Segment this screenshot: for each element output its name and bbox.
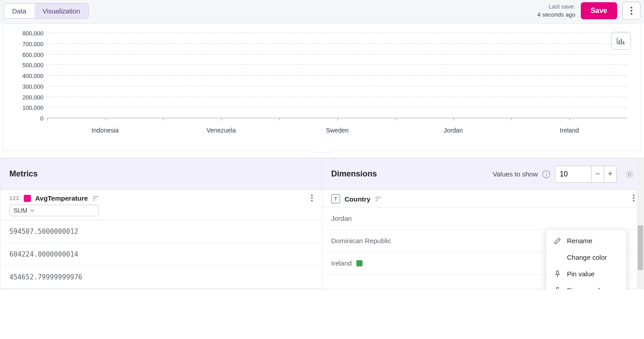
scroll-thumb[interactable] xyxy=(638,225,643,270)
ctx-change-color[interactable]: Change color xyxy=(546,249,626,266)
y-axis-label: 700,000 xyxy=(22,40,47,47)
values-to-show-label: Values to show xyxy=(493,170,538,178)
dimensions-settings-button[interactable] xyxy=(625,169,635,179)
dimensions-panel: Dimensions Values to show − + xyxy=(322,158,644,289)
metric-value-row[interactable]: 594507.5000000012 xyxy=(0,220,322,243)
dimension-field-row: T Country xyxy=(322,190,644,207)
dimension-row-menu[interactable] xyxy=(633,194,635,202)
sort-icon[interactable] xyxy=(92,196,99,201)
y-axis-label: 400,000 xyxy=(22,73,47,79)
x-tick xyxy=(105,118,164,122)
metric-field-row: 123 AvgTemperature SUM xyxy=(0,190,322,220)
pin-icon xyxy=(553,270,562,278)
kebab-icon xyxy=(633,194,635,202)
dimensions-header: Dimensions Values to show − + xyxy=(322,159,644,190)
x-tick xyxy=(511,118,570,122)
pin-icon xyxy=(553,287,562,290)
x-tick xyxy=(570,118,628,122)
x-tick xyxy=(47,118,105,122)
more-actions-button[interactable] xyxy=(622,2,640,20)
svg-point-10 xyxy=(546,172,547,173)
y-axis-label: 200,000 xyxy=(22,94,47,100)
x-tick xyxy=(279,118,337,122)
svg-point-7 xyxy=(311,197,312,198)
dimension-value-label: Dominican Republic xyxy=(331,237,391,245)
x-tick xyxy=(454,118,512,122)
metrics-panel: Metrics 123 AvgTemperature SUM xyxy=(0,158,322,289)
x-axis-label: Venezuela xyxy=(163,127,279,134)
dimensions-title: Dimensions xyxy=(331,169,377,179)
text-type-icon: T xyxy=(331,194,340,203)
y-axis-label: 800,000 xyxy=(22,30,47,37)
topbar-right: Last save: 4 seconds ago Save xyxy=(537,2,640,20)
y-axis-label: 0 xyxy=(40,115,47,122)
tab-data[interactable]: Data xyxy=(4,4,35,18)
dimension-value-row[interactable]: Jordan xyxy=(322,207,644,230)
values-decrement-button[interactable]: − xyxy=(591,166,604,182)
dimension-value-label: Ireland xyxy=(331,259,352,267)
x-axis-label: Indonesia xyxy=(47,127,163,134)
info-icon[interactable] xyxy=(542,170,550,178)
metrics-header: Metrics xyxy=(0,159,322,190)
y-axis-label: 100,000 xyxy=(22,104,47,111)
dimension-field-name: Country xyxy=(345,195,371,203)
metric-value-row[interactable]: 454652.79999999976 xyxy=(0,266,322,289)
metrics-title: Metrics xyxy=(9,169,38,179)
x-axis-label: Jordan xyxy=(395,127,511,134)
kebab-icon xyxy=(311,194,313,202)
gear-icon xyxy=(625,169,635,179)
x-axis-label: Ireland xyxy=(511,127,627,134)
y-axis-label: 500,000 xyxy=(22,62,47,69)
values-to-show: Values to show − + xyxy=(493,166,635,183)
x-axis-label: Sweden xyxy=(279,127,395,134)
chart-bars xyxy=(47,33,627,118)
ctx-change-color-label: Change color xyxy=(567,253,607,261)
svg-point-1 xyxy=(631,10,632,12)
ctx-pin-row-values-label: Pin row values xyxy=(567,287,611,289)
dimension-context-menu: Rename Change color Pin value Pin row va… xyxy=(546,229,627,289)
values-to-show-input-wrap: − + xyxy=(555,166,617,183)
chart-card: 0100,000200,000300,000400,000500,000600,… xyxy=(3,23,641,151)
ctx-pin-row-values[interactable]: Pin row values xyxy=(546,282,626,289)
svg-point-12 xyxy=(633,194,634,196)
aggregation-select[interactable]: SUM xyxy=(9,205,99,216)
numeric-type-icon: 123 xyxy=(9,195,19,202)
svg-point-0 xyxy=(631,7,632,9)
last-save: Last save: 4 seconds ago xyxy=(537,3,575,19)
vertical-scrollbar[interactable] xyxy=(637,158,644,289)
last-save-value: 4 seconds ago xyxy=(537,11,575,19)
chart-x-labels: IndonesiaVenezuelaSwedenJordanIreland xyxy=(47,127,627,134)
svg-point-2 xyxy=(631,13,632,15)
metric-color-swatch[interactable] xyxy=(24,195,31,202)
chart-x-ticks xyxy=(47,118,627,122)
x-tick xyxy=(221,118,280,122)
metric-value-row[interactable]: 604224.0000000014 xyxy=(0,243,322,266)
x-tick xyxy=(337,118,396,122)
y-axis-label: 600,000 xyxy=(22,51,47,58)
dimension-color-swatch xyxy=(356,260,363,266)
aggregation-value: SUM xyxy=(13,207,27,214)
svg-point-8 xyxy=(311,200,312,201)
pencil-icon xyxy=(553,237,562,245)
chevron-down-icon xyxy=(30,209,35,212)
view-tabs: Data Visualization xyxy=(4,3,89,19)
dimension-value-label: Jordan xyxy=(331,215,352,222)
svg-point-6 xyxy=(311,194,312,196)
save-button[interactable]: Save xyxy=(581,2,617,19)
svg-point-14 xyxy=(633,200,634,201)
svg-point-13 xyxy=(633,197,634,198)
topbar: Data Visualization Last save: 4 seconds … xyxy=(0,0,644,23)
chart-area: 0100,000200,000300,000400,000500,000600,… xyxy=(47,33,627,142)
values-increment-button[interactable]: + xyxy=(604,166,616,182)
values-to-show-input[interactable] xyxy=(555,166,591,182)
metric-rows: 594507.5000000012604224.0000000014454652… xyxy=(0,220,322,289)
resize-handle[interactable] xyxy=(312,150,332,153)
x-tick xyxy=(395,118,454,122)
ctx-rename[interactable]: Rename xyxy=(546,232,626,249)
tab-visualization[interactable]: Visualization xyxy=(35,4,88,18)
metric-field-name: AvgTemperature xyxy=(35,194,88,202)
last-save-label: Last save: xyxy=(537,3,575,11)
ctx-pin-value[interactable]: Pin value xyxy=(546,266,626,282)
metric-row-menu[interactable] xyxy=(311,194,313,202)
sort-icon[interactable] xyxy=(375,196,381,202)
